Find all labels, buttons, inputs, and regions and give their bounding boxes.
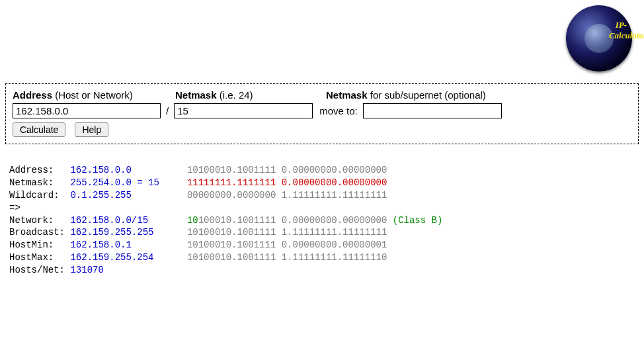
calculation-output: Address: 162.158.0.0 10100010.1001111 0.… bbox=[9, 164, 639, 277]
calculator-form: Address (Host or Network) Netmask (i.e. … bbox=[5, 83, 639, 144]
netmask-input[interactable] bbox=[174, 103, 313, 118]
logo-text-2: Calculator bbox=[609, 30, 644, 41]
slash-separator: / bbox=[165, 105, 170, 116]
supernet-label: Netmask for sub/supernet (optional) bbox=[326, 88, 486, 102]
netmask-label: Netmask (i.e. 24) bbox=[175, 88, 322, 102]
logo-text-1: IP- bbox=[616, 20, 627, 30]
calculate-button[interactable]: Calculate bbox=[13, 122, 65, 137]
address-input[interactable] bbox=[13, 103, 161, 118]
address-label: Address (Host or Network) bbox=[13, 88, 171, 102]
supernet-input[interactable] bbox=[363, 103, 502, 118]
move-to-label: move to: bbox=[319, 105, 359, 116]
help-button[interactable]: Help bbox=[75, 122, 108, 137]
ip-calculator-logo: IP- Calculator bbox=[566, 5, 632, 71]
